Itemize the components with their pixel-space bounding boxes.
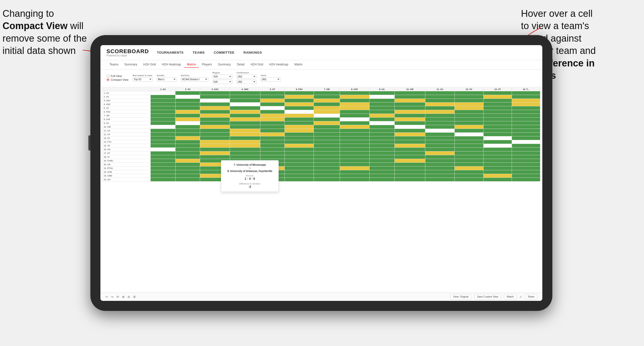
matrix-cell[interactable] (369, 133, 394, 136)
matrix-cell[interactable] (394, 106, 425, 110)
matrix-cell[interactable] (454, 155, 483, 159)
matrix-cell[interactable] (340, 174, 369, 178)
matrix-cell[interactable] (483, 129, 512, 133)
matrix-cell[interactable] (285, 125, 314, 129)
matrix-cell[interactable] (285, 133, 314, 136)
matrix-cell[interactable] (512, 140, 540, 144)
matrix-cell[interactable] (454, 163, 483, 166)
matrix-cell[interactable] (151, 170, 175, 174)
matrix-cell[interactable] (454, 174, 483, 178)
matrix-cell[interactable] (512, 148, 540, 151)
matrix-cell[interactable] (175, 155, 200, 159)
matrix-cell[interactable] (260, 133, 285, 136)
matrix-cell[interactable] (369, 151, 394, 155)
matrix-cell[interactable] (340, 155, 369, 159)
zoom-out-icon[interactable]: ⊖ (128, 295, 130, 299)
settings-icon[interactable]: ⚙ (133, 295, 136, 299)
matrix-cell[interactable] (512, 174, 540, 178)
matrix-cell[interactable] (151, 140, 175, 144)
matrix-cell[interactable] (175, 159, 200, 163)
matrix-cell[interactable] (369, 159, 394, 163)
matrix-cell[interactable] (200, 125, 230, 129)
matrix-cell[interactable] (314, 91, 340, 95)
matrix-cell[interactable] (512, 170, 540, 174)
matrix-cell[interactable] (369, 170, 394, 174)
matrix-cell[interactable] (200, 118, 230, 121)
matrix-cell[interactable] (512, 129, 540, 133)
matrix-cell[interactable] (454, 110, 483, 114)
matrix-cell[interactable] (483, 110, 512, 114)
matrix-cell[interactable] (151, 144, 175, 148)
matrix-cell[interactable] (512, 136, 540, 140)
matrix-cell[interactable] (483, 174, 512, 178)
matrix-cell[interactable] (175, 110, 200, 114)
matrix-cell[interactable] (151, 166, 175, 170)
matrix-cell[interactable] (512, 95, 540, 99)
sub-nav-teams[interactable]: Teams (106, 62, 121, 68)
matrix-cell[interactable] (394, 118, 425, 121)
matrix-cell[interactable] (175, 106, 200, 110)
matrix-cell[interactable] (260, 118, 285, 121)
matrix-cell[interactable] (512, 178, 540, 182)
matrix-cell[interactable] (151, 174, 175, 178)
matrix-cell[interactable] (175, 114, 200, 118)
matrix-cell[interactable] (200, 121, 230, 125)
matrix-cell[interactable] (314, 159, 340, 163)
view-original-button[interactable]: View: Original (450, 294, 472, 299)
matrix-cell[interactable] (512, 155, 540, 159)
matrix-cell[interactable] (512, 99, 540, 103)
matrix-cell[interactable] (369, 148, 394, 151)
matrix-cell[interactable] (175, 140, 200, 144)
matrix-cell[interactable] (425, 125, 454, 129)
matrix-cell[interactable] (394, 174, 425, 178)
matrix-cell[interactable] (230, 114, 260, 118)
matrix-cell[interactable] (394, 129, 425, 133)
matrix-cell[interactable] (285, 114, 314, 118)
matrix-cell[interactable] (285, 136, 314, 140)
matrix-cell[interactable] (230, 110, 260, 114)
matrix-cell[interactable] (512, 118, 540, 121)
matrix-cell[interactable] (340, 170, 369, 174)
matrix-cell[interactable] (483, 178, 512, 182)
matrix-cell[interactable] (200, 136, 230, 140)
sub-nav-matrix-right[interactable]: Matrix (291, 62, 306, 68)
matrix-cell[interactable] (454, 125, 483, 129)
matrix-cell[interactable] (369, 174, 394, 178)
matrix-cell[interactable] (260, 151, 285, 155)
matrix-cell[interactable] (175, 163, 200, 166)
matrix-cell[interactable] (394, 110, 425, 114)
gender-select[interactable]: Men's (157, 77, 177, 81)
matrix-cell[interactable] (340, 114, 369, 118)
matrix-cell[interactable] (260, 125, 285, 129)
matrix-cell[interactable] (200, 106, 230, 110)
matrix-cell[interactable] (314, 121, 340, 125)
matrix-cell[interactable] (425, 144, 454, 148)
matrix-cell[interactable] (151, 125, 175, 129)
matrix-cell[interactable] (260, 95, 285, 99)
matrix-cell[interactable] (200, 114, 230, 118)
matrix-cell[interactable] (483, 155, 512, 159)
share-button[interactable]: Share (525, 294, 537, 299)
matrix-cell[interactable] (175, 148, 200, 151)
matrix-cell[interactable] (369, 140, 394, 144)
matrix-cell[interactable] (454, 121, 483, 125)
matrix-cell[interactable] (285, 163, 314, 166)
matrix-cell[interactable] (230, 99, 260, 103)
matrix-cell[interactable] (175, 125, 200, 129)
matrix-cell[interactable] (483, 95, 512, 99)
matrix-cell[interactable] (200, 140, 230, 144)
matrix-cell[interactable] (260, 103, 285, 106)
matrix-cell[interactable] (151, 95, 175, 99)
matrix-cell[interactable] (512, 106, 540, 110)
matrix-cell[interactable] (394, 91, 425, 95)
matrix-cell[interactable] (340, 151, 369, 155)
matrix-cell[interactable] (483, 133, 512, 136)
matrix-cell[interactable] (483, 103, 512, 106)
sub-nav-h2h-grid-left[interactable]: H2H Grid (140, 62, 159, 68)
nav-teams[interactable]: TEAMS (193, 51, 205, 54)
matrix-cell[interactable] (151, 121, 175, 125)
matrix-cell[interactable] (200, 103, 230, 106)
matrix-cell[interactable] (369, 163, 394, 166)
matrix-cell[interactable] (340, 178, 369, 182)
matrix-cell[interactable] (483, 140, 512, 144)
